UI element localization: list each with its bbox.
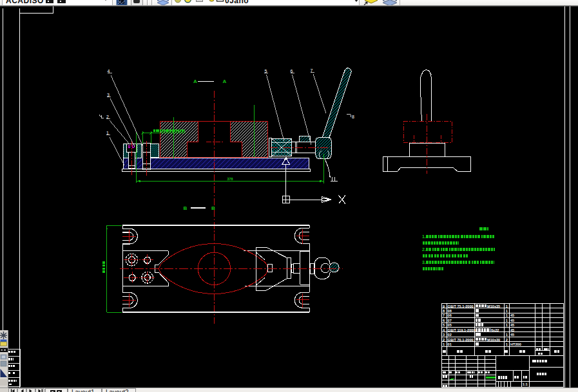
svg-text:6x22: 6x22	[491, 328, 499, 332]
svg-text:GB/T 70.1-2000: GB/T 70.1-2000	[448, 338, 474, 342]
svg-text:45: 45	[510, 319, 514, 322]
svg-text:1.: 1.	[422, 234, 426, 239]
svg-text:1: 1	[506, 333, 508, 337]
svg-text:3.: 3.	[422, 260, 426, 265]
svg-text:GB/T 119.1-2000: GB/T 119.1-2000	[448, 328, 476, 332]
svg-text:B: B	[211, 205, 215, 211]
svg-text:45: 45	[510, 328, 514, 332]
svg-text:9: 9	[443, 304, 445, 308]
svg-text:6: 6	[443, 319, 445, 322]
svg-text:2: 2	[106, 115, 109, 119]
svg-text:08: 08	[448, 309, 452, 313]
svg-text:3: 3	[107, 93, 110, 97]
svg-text:06: 06	[448, 313, 452, 317]
svg-text:05: 05	[448, 323, 452, 327]
svg-text:1:1: 1:1	[523, 382, 528, 386]
svg-text:1: 1	[506, 342, 508, 346]
svg-text:B: B	[184, 205, 188, 211]
svg-text:1: 1	[506, 319, 508, 322]
svg-text:1: 1	[506, 309, 508, 313]
svg-text:3: 3	[443, 333, 445, 337]
svg-text:5: 5	[443, 323, 445, 327]
svg-text:45: 45	[510, 323, 514, 327]
svg-text:8: 8	[443, 309, 445, 313]
svg-text:4: 4	[443, 328, 445, 332]
svg-text:A: A	[223, 79, 227, 84]
svg-text:1: 1	[506, 313, 508, 317]
svg-text:1: 1	[106, 131, 109, 135]
svg-text:6: 6	[291, 69, 293, 73]
svg-text:5: 5	[265, 69, 267, 73]
svg-text:1: 1	[506, 304, 508, 308]
svg-text:7: 7	[311, 68, 313, 73]
svg-text:01: 01	[448, 342, 452, 346]
svg-text:A: A	[193, 79, 197, 84]
svg-text:45: 45	[510, 333, 514, 337]
svg-text:HT200: HT200	[510, 342, 521, 346]
svg-text:1: 1	[443, 342, 445, 346]
svg-text:07: 07	[448, 319, 452, 322]
svg-text:8: 8	[352, 115, 354, 119]
svg-text:M10x35: M10x35	[487, 304, 500, 308]
svg-text:M10x30: M10x30	[487, 338, 500, 342]
svg-text:2: 2	[506, 338, 508, 342]
svg-text:02: 02	[448, 333, 452, 337]
svg-text:4: 4	[108, 69, 110, 73]
svg-text:2.: 2.	[422, 247, 426, 252]
svg-text:45: 45	[510, 313, 514, 317]
svg-text:7: 7	[443, 313, 445, 317]
svg-text:1: 1	[506, 323, 508, 327]
svg-text:GB/T 75.1-2000: GB/T 75.1-2000	[448, 304, 474, 308]
svg-text:2: 2	[443, 338, 445, 342]
svg-text:378: 378	[227, 177, 233, 181]
